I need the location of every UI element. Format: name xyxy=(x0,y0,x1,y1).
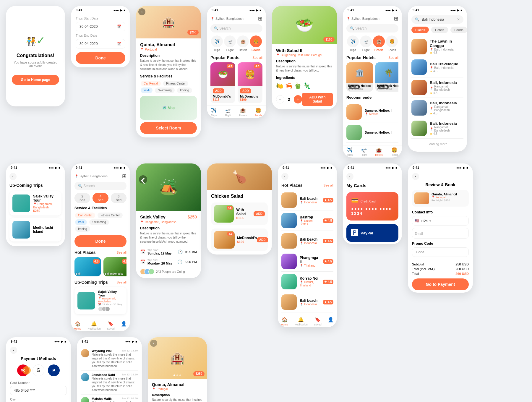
tab-places[interactable]: Places xyxy=(411,27,429,33)
select-room-button[interactable]: Select Room xyxy=(140,122,197,134)
upcoming-item-2[interactable]: Medhufushi Island xyxy=(9,218,61,241)
cat-hotels-h[interactable]: 🏨Hotels xyxy=(373,35,385,52)
search-places-bar[interactable]: 🔍 Bali Indonesia ✕ xyxy=(411,15,463,24)
add-food-2-button[interactable]: ADD xyxy=(240,88,251,93)
qty-plus-button[interactable]: + xyxy=(294,95,302,103)
hot-place-card-2[interactable]: Bali Indonesia 4.5 xyxy=(103,257,126,276)
credit-card[interactable]: 💳 Credit Card ●●●● ●●●● ●●●● 1234 xyxy=(346,192,398,221)
nav-flight[interactable]: 🛫Flight xyxy=(225,108,231,117)
cat-trips-h[interactable]: ✈️Trips xyxy=(347,35,359,52)
add-mcdonalds-button[interactable]: ADD xyxy=(257,237,268,242)
tab-4bed[interactable]: 4 Bed xyxy=(93,193,108,203)
calendar-start-icon: 📅 xyxy=(140,249,145,254)
nav-trips-h[interactable]: ✈️Trips xyxy=(347,147,353,156)
upcoming-thumb-1 xyxy=(12,194,30,212)
place-thumb-5 xyxy=(411,121,427,136)
qty-minus-button[interactable]: − xyxy=(276,95,284,103)
add-salad-button[interactable]: ADD xyxy=(254,211,265,216)
cat-foods-h[interactable]: 🍔Foods xyxy=(386,35,398,52)
tab-hotels[interactable]: Hotels xyxy=(431,27,448,33)
mastercard-icon[interactable]: MC xyxy=(17,364,29,376)
back-hot-button[interactable]: ‹ xyxy=(281,173,288,180)
hot-place-3[interactable]: Bali beach 📍 Indonesia ★ 4.5 xyxy=(281,231,333,251)
paypal-payment-icon[interactable]: P xyxy=(48,364,60,376)
search-bar-main[interactable]: 🔍 Search xyxy=(74,182,126,190)
clock-end-icon: 🕐 xyxy=(177,260,182,264)
nav-saved-hot[interactable]: 🔖Saved xyxy=(314,317,322,326)
menu-icon-main[interactable]: ⊞ xyxy=(122,173,126,179)
place-item-1[interactable]: The Lawn in Canggu 📍 Bali, Indonesia ★ 4… xyxy=(411,37,463,57)
nav-saved[interactable]: 🔖Saved xyxy=(107,321,115,330)
back-button-upcoming[interactable]: ‹ xyxy=(9,173,17,180)
nav-profile[interactable]: 👤 xyxy=(121,321,127,330)
popular-foods-header: Popular Foods See all xyxy=(210,55,262,60)
done-main-button[interactable]: Done xyxy=(74,235,126,247)
back-cards-button[interactable]: ‹ xyxy=(346,173,353,180)
back-payment-button[interactable]: ‹ xyxy=(10,347,17,354)
nav-foods[interactable]: 🍔Foods xyxy=(255,108,262,117)
search-bar-hotels[interactable]: 🔍 Search xyxy=(346,24,398,33)
phone-input[interactable]: 🇺🇸 +124 ▼ xyxy=(412,216,469,226)
google-pay-icon[interactable]: G xyxy=(33,364,44,376)
nav-trips[interactable]: ✈️Trips xyxy=(211,108,217,117)
hot-place-card-1[interactable]: Bali 4.5 xyxy=(74,257,101,276)
place-item-2[interactable]: Bali Travelogue 📍 Bali, Indonesia ★ 4.5 xyxy=(411,57,463,77)
menu-icon-hotels[interactable]: ⊞ xyxy=(394,15,398,22)
description-label: Description xyxy=(140,54,197,58)
cat-flight-h[interactable]: 🛫Flight xyxy=(360,35,372,52)
clear-search-icon[interactable]: ✕ xyxy=(457,17,460,22)
qty-controls[interactable]: − 2 + xyxy=(276,95,302,103)
back-icon[interactable]: ‹ xyxy=(138,8,145,15)
paypal-card[interactable]: 🅿 PayPal xyxy=(346,224,398,242)
hot-place-5[interactable]: Ko Yao Noi 📍 District, Thailand ★ 4.5 xyxy=(281,272,333,292)
nav-profile-hot[interactable]: 👤 xyxy=(328,317,334,326)
tab-foods[interactable]: Foods xyxy=(450,27,467,33)
place-item-5[interactable]: Bali, Indonesia 📍 Rangamati, Bangladesh … xyxy=(411,118,463,139)
card-number-input[interactable]: 485 6453 **** xyxy=(10,386,67,395)
nav-notif-hot[interactable]: 🔔Notification xyxy=(294,317,308,326)
tab-2bed[interactable]: 2 Bed xyxy=(74,193,90,203)
start-date-input[interactable]: 30-04-2020 📅 xyxy=(76,22,125,31)
with-salad-name: With Salad xyxy=(236,208,254,216)
go-home-button[interactable]: Go to Home page xyxy=(12,75,59,85)
hot-places-list: Bali beach 📍 Indonesia ★ 4.5 Bastrop 📍 U… xyxy=(281,190,333,312)
cat-flight[interactable]: 🛫 Flight xyxy=(224,35,236,52)
email-input[interactable]: Email xyxy=(412,228,469,239)
tab-6bed[interactable]: 6 Bed xyxy=(111,193,126,203)
main-upcoming-1[interactable]: Sajek Valley Tour 📍 Rangamati, Banglades… xyxy=(74,287,126,314)
place-item-3[interactable]: Bali, Indonesia 📍 Rangamati, Bangladesh … xyxy=(411,77,463,98)
place-item-4[interactable]: Bali, Indonesia 📍 Rangamati, Bangladesh … xyxy=(411,98,463,118)
total-row: Total 260 USD xyxy=(412,272,469,275)
nav-home-hot[interactable]: 🏠Home xyxy=(281,317,288,326)
back-review-button[interactable]: ‹ xyxy=(412,173,419,180)
hot-place-4[interactable]: Phang-nga II 📍 Thailand ★ 4.5 xyxy=(281,251,333,272)
go-payment-button[interactable]: Go to Payment xyxy=(412,278,469,290)
end-date-input[interactable]: 30-04-2020 📅 xyxy=(76,39,125,48)
cat-foods[interactable]: 🍔 Foods xyxy=(250,35,262,52)
hot-place-label-1: Bali xyxy=(76,272,81,275)
done-button[interactable]: Done xyxy=(76,52,125,64)
search-bar[interactable]: 🔍 Search xyxy=(210,24,262,33)
hot-place-2[interactable]: Bastrop 📍 United States ★ 4.5 xyxy=(281,210,333,231)
hot-place-1[interactable]: Bali beach 📍 Indonesia ★ 4.5 xyxy=(281,190,333,210)
nav-hotels-h[interactable]: 🏨Hotels xyxy=(375,147,383,156)
nav-notif[interactable]: 🔔Notification xyxy=(87,321,101,330)
back-trip-icon[interactable]: ‹ xyxy=(139,175,147,184)
upcoming-item-1[interactable]: Sajek Valley Tour 📍 Rangamati, Banglades… xyxy=(9,191,61,215)
nav-bar-hot: 🏠Home 🔔Notification 🔖Saved 👤 xyxy=(278,315,337,327)
hp-name-2: Bastrop xyxy=(300,215,320,219)
nav-bar-main: 🏠Home 🔔Notification 🔖Saved 👤 xyxy=(71,319,130,331)
menu-icon[interactable]: ⊞ xyxy=(258,15,262,22)
cat-hotels[interactable]: 🏨 Hotels xyxy=(237,35,249,52)
hot-place-6[interactable]: Bali beach 📍 Indonesia ★ 4.5 xyxy=(281,292,333,312)
nav-hotels[interactable]: 🏨Hotels xyxy=(239,108,247,117)
nav-flight-h[interactable]: 🛫Flight xyxy=(361,147,367,156)
nav-foods-h[interactable]: 🍔Foods xyxy=(391,147,398,156)
add-food-1-button[interactable]: ADD xyxy=(213,88,224,93)
cat-trips[interactable]: ✈️ Trips xyxy=(211,35,223,52)
nav-home[interactable]: 🏠Home xyxy=(74,321,81,330)
add-with-salad-button[interactable]: ADD With Salad xyxy=(302,93,333,106)
back-photos-icon[interactable]: ‹ xyxy=(150,340,157,347)
promo-input[interactable] xyxy=(412,247,469,257)
main-upcoming-date-1: 📅 22 May - 30 May xyxy=(98,303,124,306)
